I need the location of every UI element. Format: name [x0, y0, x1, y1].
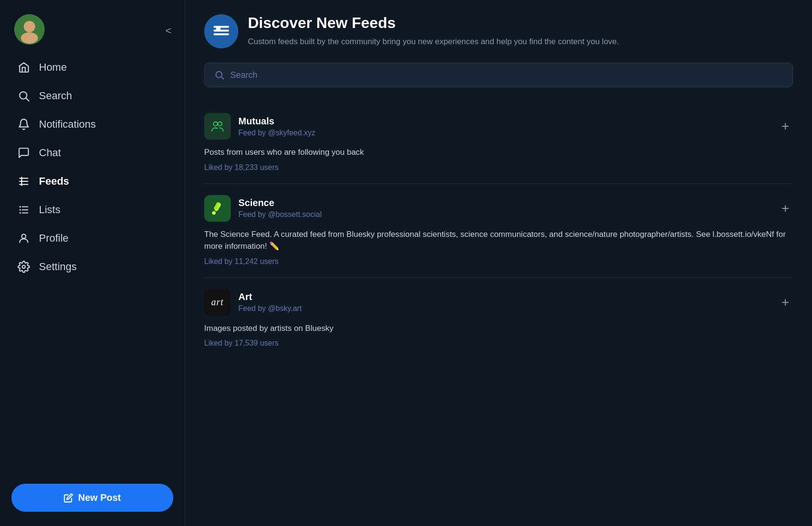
mutuals-avatar [204, 113, 231, 140]
svg-point-20 [216, 27, 221, 31]
science-feed-name: Science [238, 197, 321, 208]
svg-point-15 [22, 234, 26, 238]
mutuals-feed-name: Mutuals [238, 116, 315, 127]
feed-item-science: Science Feed by @bossett.social + The Sc… [204, 184, 793, 278]
art-avatar: art [204, 289, 231, 316]
feed-item-art-header: art Art Feed by @bsky.art + [204, 289, 793, 316]
header-icon [204, 14, 238, 48]
science-likes: Liked by 11,242 users [204, 257, 793, 266]
science-avatar [204, 195, 231, 222]
mutuals-description: Posts from users who are following you b… [204, 146, 793, 159]
svg-point-21 [216, 72, 222, 78]
svg-line-22 [221, 77, 224, 79]
settings-icon [17, 260, 30, 273]
mutuals-likes: Liked by 18,233 users [204, 163, 793, 172]
feed-item-mutuals: Mutuals Feed by @skyfeed.xyz + Posts fro… [204, 102, 793, 184]
art-feed-name: Art [238, 291, 302, 302]
feed-item-art-left: art Art Feed by @bsky.art [204, 289, 302, 316]
collapse-button[interactable]: < [161, 23, 175, 39]
art-feed-info: Art Feed by @bsky.art [238, 291, 302, 313]
science-add-button[interactable]: + [778, 200, 793, 217]
sidebar-item-home[interactable]: Home [9, 54, 175, 81]
sidebar-item-home-label: Home [39, 61, 67, 74]
science-description: The Science Feed. A curated feed from Bl… [204, 228, 793, 253]
sidebar-item-profile-label: Profile [39, 232, 68, 244]
sidebar-item-feeds-label: Feeds [39, 175, 69, 188]
art-likes: Liked by 17,539 users [204, 339, 793, 348]
feed-item-science-header: Science Feed by @bossett.social + [204, 195, 793, 222]
page-header: Discover New Feeds Custom feeds built by… [204, 14, 793, 48]
home-icon [17, 61, 30, 74]
svg-point-23 [214, 122, 218, 126]
sidebar-item-notifications[interactable]: Notifications [9, 111, 175, 138]
svg-point-11 [19, 209, 21, 210]
bell-icon [17, 118, 30, 131]
mutuals-icon [209, 118, 226, 134]
profile-icon [17, 232, 30, 245]
sidebar-item-feeds[interactable]: Feeds [9, 168, 175, 195]
svg-line-4 [26, 98, 29, 101]
feed-item-mutuals-left: Mutuals Feed by @skyfeed.xyz [204, 113, 315, 140]
chat-icon [17, 146, 30, 160]
art-feed-author: Feed by @bsky.art [238, 304, 302, 313]
science-icon [209, 200, 226, 216]
svg-point-2 [21, 32, 38, 44]
new-post-button[interactable]: New Post [11, 484, 173, 512]
lists-icon [17, 203, 30, 216]
main-content: Discover New Feeds Custom feeds built by… [185, 0, 812, 526]
sidebar-item-lists-label: Lists [39, 204, 60, 216]
sidebar-header: < [0, 9, 185, 54]
svg-point-13 [19, 212, 21, 214]
mutuals-feed-info: Mutuals Feed by @skyfeed.xyz [238, 116, 315, 137]
sidebar-item-search[interactable]: Search [9, 83, 175, 109]
sidebar-item-settings-label: Settings [39, 261, 77, 273]
feed-item-mutuals-header: Mutuals Feed by @skyfeed.xyz + [204, 113, 793, 140]
mutuals-add-button[interactable]: + [778, 118, 793, 135]
feeds-header-icon [212, 22, 230, 40]
svg-point-1 [24, 21, 35, 32]
search-icon [17, 89, 30, 103]
art-logo-text: art [211, 297, 224, 308]
svg-point-16 [22, 265, 26, 269]
page-description: Custom feeds built by the community brin… [248, 36, 619, 48]
page-title: Discover New Feeds [248, 14, 619, 32]
feeds-icon [17, 175, 30, 188]
art-description: Images posted by artists on Bluesky [204, 322, 793, 335]
art-add-button[interactable]: + [778, 294, 793, 311]
feed-item-science-left: Science Feed by @bossett.social [204, 195, 321, 222]
search-bar[interactable] [204, 63, 793, 87]
svg-point-9 [19, 206, 21, 207]
sidebar: < Home Search Notifications [0, 0, 185, 526]
search-input[interactable] [230, 70, 783, 80]
sidebar-item-profile[interactable]: Profile [9, 225, 175, 252]
page-title-area: Discover New Feeds Custom feeds built by… [248, 14, 619, 48]
svg-point-27 [212, 211, 216, 215]
svg-point-24 [218, 122, 222, 126]
edit-icon [64, 493, 73, 503]
science-feed-info: Science Feed by @bossett.social [238, 197, 321, 219]
science-feed-author: Feed by @bossett.social [238, 210, 321, 219]
sidebar-item-search-label: Search [39, 90, 72, 102]
nav-menu: Home Search Notifications Chat [0, 54, 185, 474]
feed-item-art: art Art Feed by @bsky.art + Images poste… [204, 278, 793, 359]
sidebar-item-lists[interactable]: Lists [9, 197, 175, 223]
sidebar-item-chat[interactable]: Chat [9, 140, 175, 166]
mutuals-feed-author: Feed by @skyfeed.xyz [238, 129, 315, 137]
sidebar-item-chat-label: Chat [39, 147, 61, 159]
sidebar-item-notifications-label: Notifications [39, 118, 96, 131]
sidebar-item-settings[interactable]: Settings [9, 254, 175, 280]
new-post-label: New Post [78, 492, 121, 503]
avatar[interactable] [14, 14, 45, 45]
search-bar-icon [214, 70, 225, 80]
